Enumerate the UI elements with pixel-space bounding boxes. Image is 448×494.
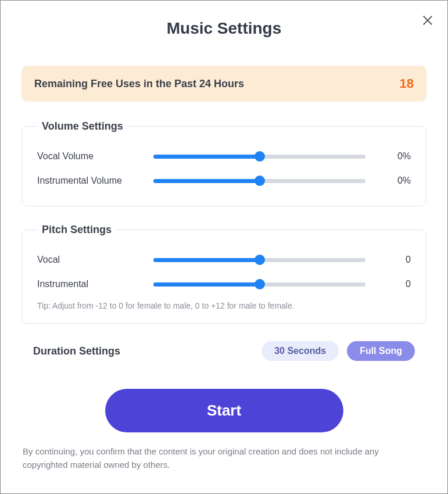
slider-thumb[interactable]: [255, 279, 265, 289]
duration-30sec-button[interactable]: 30 Seconds: [261, 341, 339, 361]
vocal-pitch-slider[interactable]: [153, 255, 365, 264]
page-title: Music Settings: [21, 19, 427, 38]
instrumental-pitch-slider[interactable]: [153, 280, 365, 289]
slider-fill: [153, 179, 260, 183]
instrumental-volume-slider[interactable]: [153, 176, 365, 185]
disclaimer-text: By continuing, you confirm that the cont…: [21, 445, 427, 471]
start-button[interactable]: Start: [105, 389, 343, 432]
vocal-volume-value: 0%: [365, 151, 411, 162]
instrumental-volume-value: 0%: [365, 176, 411, 186]
instrumental-volume-label: Instrumental Volume: [37, 176, 153, 186]
slider-fill: [153, 258, 260, 262]
slider-thumb[interactable]: [255, 176, 265, 186]
duration-label: Duration Settings: [33, 345, 120, 357]
pitch-tip: Tip: Adjust from -12 to 0 for female to …: [37, 301, 411, 310]
volume-legend: Volume Settings: [37, 120, 128, 133]
duration-fullsong-button[interactable]: Full Song: [347, 341, 415, 361]
close-button[interactable]: [420, 12, 436, 28]
slider-fill: [153, 155, 260, 159]
pitch-settings-group: Pitch Settings Vocal 0 Instrumental 0 Ti…: [21, 224, 427, 324]
pitch-legend: Pitch Settings: [37, 224, 116, 236]
quota-value: 18: [400, 76, 414, 91]
slider-fill: [153, 282, 260, 287]
vocal-volume-slider[interactable]: [153, 152, 365, 161]
instrumental-pitch-row: Instrumental 0: [37, 272, 411, 296]
duration-options: 30 Seconds Full Song: [261, 341, 415, 361]
vocal-pitch-label: Vocal: [37, 255, 153, 265]
slider-thumb[interactable]: [255, 151, 265, 162]
instrumental-pitch-value: 0: [365, 279, 411, 289]
quota-label: Remaining Free Uses in the Past 24 Hours: [34, 78, 244, 90]
close-icon: [421, 14, 434, 27]
instrumental-volume-row: Instrumental Volume 0%: [37, 169, 411, 193]
vocal-pitch-value: 0: [365, 255, 411, 265]
vocal-pitch-row: Vocal 0: [37, 248, 411, 272]
slider-thumb[interactable]: [255, 255, 265, 265]
instrumental-pitch-label: Instrumental: [37, 279, 153, 289]
quota-banner: Remaining Free Uses in the Past 24 Hours…: [21, 66, 427, 102]
volume-settings-group: Volume Settings Vocal Volume 0% Instrume…: [21, 120, 427, 206]
vocal-volume-label: Vocal Volume: [37, 151, 153, 162]
duration-settings-row: Duration Settings 30 Seconds Full Song: [21, 341, 427, 361]
vocal-volume-row: Vocal Volume 0%: [37, 144, 411, 169]
